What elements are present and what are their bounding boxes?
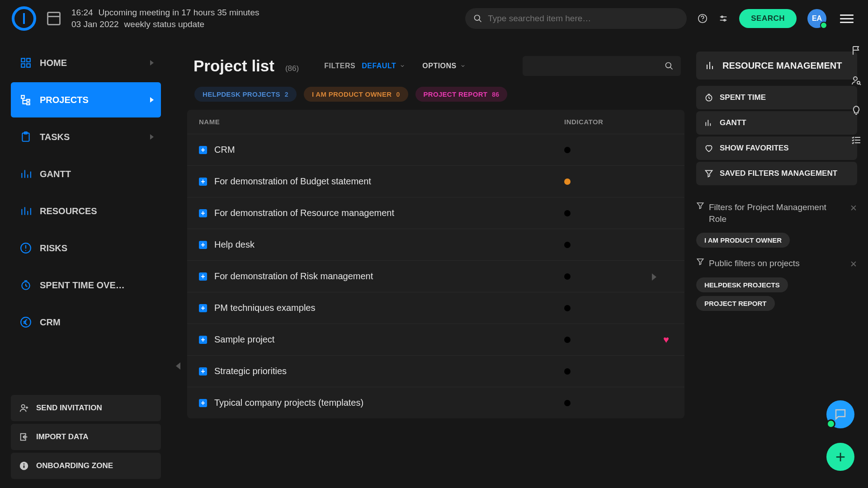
projects-table: NAME INDICATOR +CRM+For demonstration of… bbox=[187, 110, 684, 418]
sidebar-item-home[interactable]: HOME bbox=[11, 45, 161, 80]
project-name: Sample project bbox=[214, 334, 564, 345]
calendar-icon[interactable] bbox=[47, 12, 61, 25]
chevron-left-icon bbox=[176, 362, 180, 370]
filter-chip[interactable]: I AM PRODUCT OWNER0 bbox=[304, 87, 408, 102]
project-name: CRM bbox=[214, 145, 564, 155]
column-header-indicator[interactable]: INDICATOR bbox=[564, 118, 673, 126]
expand-icon[interactable]: + bbox=[199, 146, 207, 154]
right-panel-item-label: GANTT bbox=[720, 118, 746, 127]
global-search[interactable] bbox=[465, 8, 687, 29]
expand-right-panel-handle[interactable] bbox=[652, 273, 656, 281]
sidebar-item-tasks[interactable]: TASKS bbox=[11, 119, 161, 155]
svg-point-0 bbox=[475, 15, 480, 21]
close-icon[interactable]: ✕ bbox=[850, 202, 857, 214]
right-panel-item[interactable]: SHOW FAVORITES bbox=[696, 136, 857, 160]
sidebar-item-projects[interactable]: PROJECTS bbox=[11, 82, 161, 117]
sidebar-item-gantt[interactable]: GANTT bbox=[11, 156, 161, 192]
app-logo[interactable] bbox=[12, 6, 36, 31]
table-row[interactable]: +Typical company projects (templates) bbox=[187, 387, 684, 418]
side-action-label: IMPORT DATA bbox=[36, 432, 89, 441]
table-row[interactable]: +Sample project♥ bbox=[187, 324, 684, 355]
import-data-button[interactable]: IMPORT DATA bbox=[11, 424, 161, 450]
table-row[interactable]: +For demonstration of Budget statement bbox=[187, 165, 684, 197]
euro-icon bbox=[20, 316, 32, 328]
right-panel-item[interactable]: GANTT bbox=[696, 111, 857, 135]
status-indicator bbox=[564, 178, 571, 185]
filter-chip[interactable]: PROJECT REPORT86 bbox=[415, 87, 508, 102]
favorite-icon[interactable]: ♥ bbox=[663, 334, 669, 346]
saved-filter-chip[interactable]: PROJECT REPORT bbox=[696, 296, 775, 311]
chat-fab[interactable] bbox=[826, 400, 854, 428]
sliders-icon[interactable] bbox=[718, 14, 728, 23]
checklist-icon[interactable] bbox=[851, 135, 862, 148]
expand-icon[interactable]: + bbox=[199, 304, 207, 312]
status-indicator bbox=[564, 273, 571, 280]
table-row[interactable]: +Help desk bbox=[187, 229, 684, 260]
right-panel-item[interactable]: SPENT TIME bbox=[696, 86, 857, 109]
sidebar-item-spent-time[interactable]: SPENT TIME OVE… bbox=[11, 267, 161, 303]
collapse-sidebar-handle[interactable] bbox=[172, 45, 184, 488]
expand-icon[interactable]: + bbox=[199, 272, 207, 281]
sidebar-item-label: TASKS bbox=[40, 132, 70, 142]
table-row[interactable]: +Strategic priorities bbox=[187, 355, 684, 387]
column-header-name[interactable]: NAME bbox=[199, 118, 564, 126]
help-icon[interactable] bbox=[698, 14, 708, 23]
filter-chip-label: HELPDESK PROJECTS bbox=[203, 90, 280, 98]
sidebar-item-label: SPENT TIME OVE… bbox=[40, 280, 125, 291]
clock-icon bbox=[20, 279, 32, 291]
chevron-right-icon bbox=[150, 60, 154, 66]
today-date: 03 Jan 2022 bbox=[71, 19, 119, 30]
funnel-icon bbox=[696, 202, 704, 210]
table-row[interactable]: +For demonstration of Resource managemen… bbox=[187, 197, 684, 229]
expand-icon[interactable]: + bbox=[199, 367, 207, 375]
sidebar-nav: HOME PROJECTS TASKS bbox=[11, 45, 161, 342]
global-search-input[interactable] bbox=[488, 14, 679, 23]
expand-icon[interactable]: + bbox=[199, 399, 207, 407]
table-row[interactable]: +For demonstration of Risk management bbox=[187, 260, 684, 292]
add-fab[interactable]: + bbox=[826, 443, 854, 471]
sidebar-item-resources[interactable]: RESOURCES bbox=[11, 193, 161, 229]
expand-icon[interactable]: + bbox=[199, 241, 207, 249]
expand-icon[interactable]: + bbox=[199, 178, 207, 186]
filter-chip[interactable]: HELPDESK PROJECTS2 bbox=[194, 87, 297, 102]
user-plus-icon bbox=[19, 403, 29, 413]
sidebar-item-label: CRM bbox=[40, 317, 61, 328]
svg-rect-12 bbox=[21, 95, 24, 99]
filter-chip-count: 86 bbox=[492, 91, 499, 98]
right-panel-item-label: SAVED FILTERS MANAGEMENT bbox=[720, 169, 837, 178]
onboarding-zone-button[interactable]: ONBOARDING ZONE bbox=[11, 453, 161, 479]
table-row[interactable]: +CRM bbox=[187, 134, 684, 165]
sidebar-item-label: PROJECTS bbox=[40, 95, 89, 105]
sidebar-item-label: RESOURCES bbox=[40, 206, 97, 216]
resource-management-header: RESOURCE MANAGEMENT bbox=[696, 52, 857, 80]
upcoming-meeting-block: 16:24 Upcoming meeting in 17 hours 35 mi… bbox=[71, 7, 259, 30]
clock-icon bbox=[704, 93, 713, 102]
filter-chip-count: 0 bbox=[396, 91, 400, 98]
page-count: (86) bbox=[285, 64, 299, 73]
saved-filter-chip[interactable]: HELPDESK PROJECTS bbox=[696, 277, 788, 292]
svg-point-3 bbox=[702, 20, 703, 21]
close-icon[interactable]: ✕ bbox=[850, 258, 857, 270]
filter-chip-label: I AM PRODUCT OWNER bbox=[312, 90, 392, 98]
table-row[interactable]: +PM techniques examples bbox=[187, 292, 684, 324]
expand-icon[interactable]: + bbox=[199, 209, 207, 217]
main-menu-icon[interactable] bbox=[837, 12, 856, 26]
bulb-icon[interactable] bbox=[851, 105, 862, 118]
table-search[interactable] bbox=[523, 56, 681, 76]
send-invitation-button[interactable]: SEND INVITATION bbox=[11, 395, 161, 421]
options-dropdown[interactable]: OPTIONS bbox=[422, 62, 466, 70]
user-search-icon[interactable] bbox=[851, 75, 862, 89]
search-button[interactable]: SEARCH bbox=[739, 9, 797, 28]
filters-label: FILTERS bbox=[324, 62, 355, 70]
svg-point-30 bbox=[22, 405, 25, 408]
saved-filter-chip[interactable]: I AM PRODUCT OWNER bbox=[696, 233, 790, 248]
right-panel-item[interactable]: SAVED FILTERS MANAGEMENT bbox=[696, 162, 857, 185]
right-panel-title: RESOURCE MANAGEMENT bbox=[722, 60, 842, 71]
flag-icon[interactable] bbox=[851, 45, 862, 59]
svg-rect-14 bbox=[27, 103, 29, 105]
sidebar-item-risks[interactable]: RISKS bbox=[11, 230, 161, 266]
user-avatar[interactable]: EA bbox=[807, 9, 826, 28]
sidebar-item-crm[interactable]: CRM bbox=[11, 305, 161, 340]
filters-dropdown[interactable]: DEFAULT bbox=[362, 62, 405, 70]
expand-icon[interactable]: + bbox=[199, 336, 207, 344]
